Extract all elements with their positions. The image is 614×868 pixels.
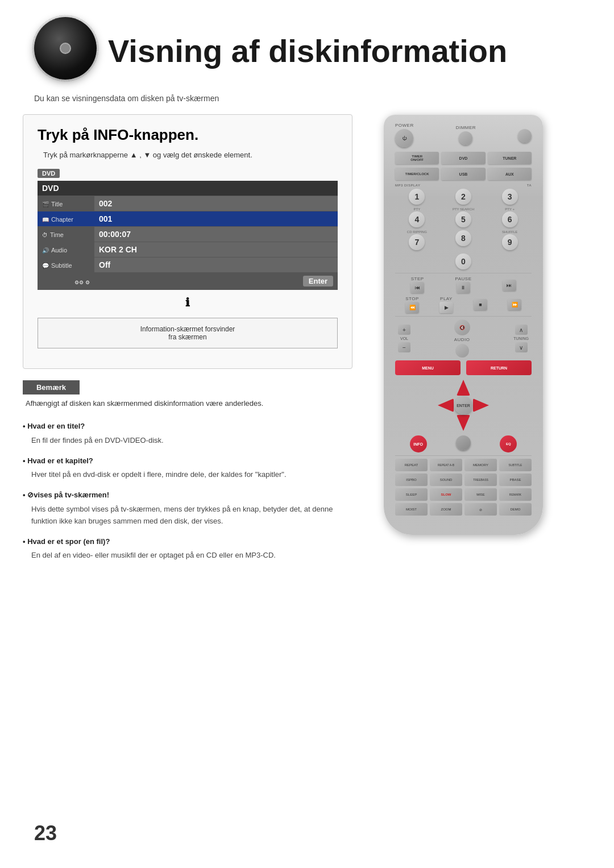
audio-button[interactable] bbox=[455, 344, 469, 358]
return-button[interactable]: RETURN bbox=[466, 360, 532, 375]
sound-button[interactable]: SOUND bbox=[430, 474, 462, 486]
dpad-left-button[interactable] bbox=[438, 398, 454, 412]
menu-button[interactable]: MENU bbox=[395, 360, 460, 375]
subtitle-icon: 💬 bbox=[42, 263, 49, 269]
tuning-up-button[interactable]: ∧ bbox=[515, 325, 528, 335]
title-value: 002 bbox=[99, 199, 112, 208]
table-row-audio: 🔊 Audio KOR 2 CH bbox=[38, 242, 338, 258]
subtitle-row-label: Subtitle bbox=[51, 262, 72, 269]
vol-label: VOL bbox=[400, 337, 408, 340]
timer-clock-button[interactable]: TIMER/CLOCK bbox=[395, 168, 439, 180]
tuning-down-button[interactable]: ∨ bbox=[515, 342, 528, 352]
dvd-table-title-cell: DVD bbox=[38, 181, 338, 196]
extra-button[interactable] bbox=[518, 129, 532, 143]
audio-row-label: Audio bbox=[51, 247, 67, 254]
moist-button[interactable]: MOIST bbox=[395, 503, 428, 516]
disc-image: 0101010010101001010100101010010101001010… bbox=[34, 17, 102, 85]
disc-center-hole bbox=[60, 43, 71, 54]
num-cell-7: CD RIPPING 7 bbox=[395, 230, 439, 250]
number-9-button[interactable]: 9 bbox=[502, 234, 518, 250]
memory-button[interactable]: MEMORY bbox=[464, 459, 497, 471]
chapter-icon: 📖 bbox=[42, 217, 49, 223]
table-row-footer: ⚙⚙ ⚙ Enter bbox=[38, 273, 338, 290]
vol-down-button[interactable]: − bbox=[398, 342, 410, 352]
number-0-button[interactable]: 0 bbox=[455, 254, 471, 269]
page-title: Visning af diskinformation bbox=[108, 34, 507, 69]
transport-bottom: STOP ⏪ PLAY ▶ ■ ⏩ bbox=[395, 296, 532, 313]
bottom-buttons-3: SLEEP SLOW MISE REMARK bbox=[395, 488, 532, 501]
pause-label: PAUSE bbox=[455, 276, 471, 281]
vol-up-button[interactable]: + bbox=[398, 325, 410, 335]
power-button[interactable]: ⏻ bbox=[395, 129, 413, 147]
number-3-button[interactable]: 3 bbox=[502, 189, 518, 205]
cancel-button[interactable]: ⊘ bbox=[464, 503, 497, 516]
dpad-down-button[interactable] bbox=[457, 415, 470, 431]
instruction-bold: INFO bbox=[93, 126, 128, 143]
demo-button[interactable]: DEMO bbox=[499, 503, 532, 516]
number-5-button[interactable]: 5 bbox=[455, 211, 471, 227]
timer-onoff-button[interactable]: TIMERON/OFF bbox=[395, 152, 439, 164]
tuning-label: TUNING bbox=[513, 337, 529, 340]
bottom-buttons-2: ISPBO SOUND TREEBASS PBASE bbox=[395, 474, 532, 486]
time-icon: ⏱ bbox=[42, 232, 48, 238]
num-cell-3: 3 bbox=[488, 189, 532, 205]
remark-btn[interactable]: REMARK bbox=[499, 488, 532, 501]
mise-button[interactable]: MISE bbox=[464, 488, 497, 501]
number-8-button[interactable]: 8 bbox=[455, 230, 471, 246]
film-icon: 🎬 bbox=[42, 201, 49, 207]
section-track-body: En del af en video- eller musikfil der e… bbox=[31, 550, 352, 562]
subtitle-button[interactable]: SUBTITLE bbox=[499, 459, 532, 471]
zoom-button[interactable]: ZOOM bbox=[430, 503, 462, 516]
dpad-right-button[interactable] bbox=[473, 398, 489, 412]
tuning-section: ∧ TUNING ∨ bbox=[513, 325, 529, 352]
section-chapter: Hvad er et kapitel? Hver titel på en dvd… bbox=[23, 455, 352, 481]
mp3-display-label: MP3 DISPLAY bbox=[395, 184, 420, 187]
menu-return-row: MENU RETURN bbox=[395, 360, 532, 375]
title-value-cell: 002 bbox=[94, 196, 338, 211]
eq-button[interactable]: EQ bbox=[500, 435, 517, 452]
number-6-button[interactable]: 6 bbox=[502, 211, 518, 227]
dpad-center-enter[interactable]: ENTER bbox=[454, 396, 472, 414]
usb-button[interactable]: USB bbox=[441, 168, 485, 180]
info-button[interactable]: INFO bbox=[410, 435, 427, 452]
chapter-value: 001 bbox=[99, 214, 112, 223]
dpad-up-button[interactable] bbox=[457, 380, 470, 396]
sleep-button[interactable]: SLEEP bbox=[395, 488, 428, 501]
repeat-button[interactable]: REPEAT bbox=[395, 459, 428, 471]
section-symbol: ⊘vises på tv-skærmen! Hvis dette symbol … bbox=[23, 489, 352, 527]
next-button[interactable]: ⏭ bbox=[503, 280, 516, 291]
aux-button[interactable]: AUX bbox=[488, 168, 532, 180]
dvd-info-table: DVD 🎬 Title 002 📖 bbox=[38, 181, 338, 290]
pbase-button[interactable]: PBASE bbox=[499, 474, 532, 486]
audio-value: KOR 2 CH bbox=[99, 245, 137, 254]
number-1-button[interactable]: 1 bbox=[409, 189, 425, 205]
stop-button[interactable]: ■ bbox=[474, 299, 487, 310]
number-4-button[interactable]: 4 bbox=[409, 211, 425, 227]
rewind-button[interactable]: ⏪ bbox=[405, 302, 419, 313]
ispbo-button[interactable]: ISPBO bbox=[395, 474, 428, 486]
audio-label: AUDIO bbox=[454, 337, 470, 342]
number-7-button[interactable]: 7 bbox=[409, 234, 425, 250]
dimmer-button[interactable] bbox=[459, 131, 472, 145]
treebass-button[interactable]: TREEBASS bbox=[464, 474, 497, 486]
power-label: POWER bbox=[395, 123, 414, 128]
zero-row: 0 bbox=[395, 254, 532, 269]
fastforward-button[interactable]: ⏩ bbox=[508, 299, 521, 310]
mute-button[interactable]: 🔇 bbox=[454, 319, 470, 335]
tuner-button[interactable]: TUNER bbox=[488, 152, 532, 164]
chapter-row-label: Chapter bbox=[51, 216, 73, 223]
divider-3 bbox=[395, 455, 532, 456]
pause-button[interactable]: ⏸ bbox=[457, 282, 470, 293]
cancel-circle-icon: ⊘ bbox=[479, 508, 482, 512]
tuner-extra-button[interactable] bbox=[456, 435, 471, 450]
prev-button[interactable]: ⏮ bbox=[410, 282, 424, 293]
play-button[interactable]: ▶ bbox=[439, 302, 453, 313]
dvd-label: DVD bbox=[38, 169, 60, 178]
notice-line2: fra skærmen bbox=[47, 333, 329, 341]
time-value-cell: 00:00:07 bbox=[94, 227, 338, 242]
number-2-button[interactable]: 2 bbox=[455, 189, 471, 205]
repeat-ab-button[interactable]: REPEAT A-B bbox=[430, 459, 462, 471]
dvd-button[interactable]: DVD bbox=[441, 152, 485, 164]
title-row-label: Title bbox=[51, 201, 63, 207]
slow-button[interactable]: SLOW bbox=[430, 488, 462, 501]
